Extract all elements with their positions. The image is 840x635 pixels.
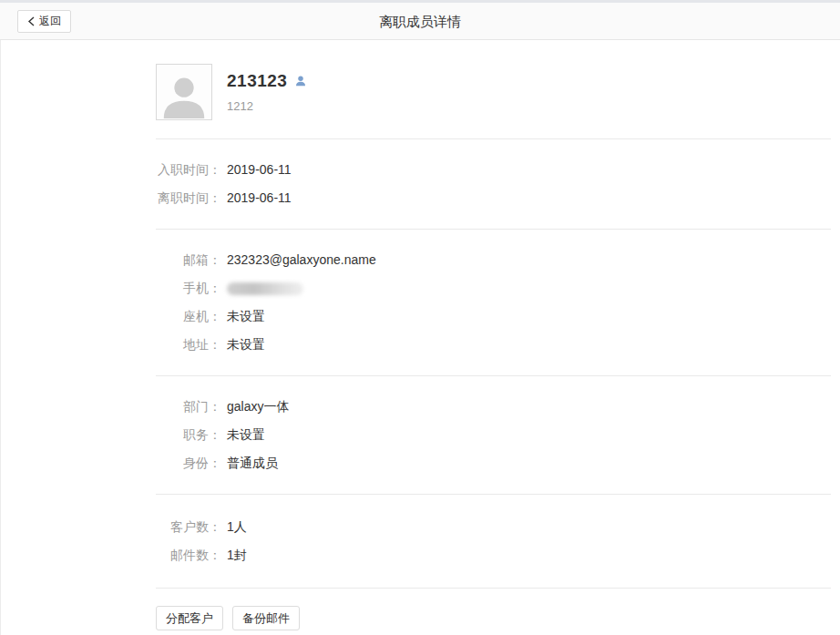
row-value: 未设置 (227, 331, 265, 359)
row-label: 邮件数 (156, 541, 209, 569)
row-colon: ： (209, 156, 221, 184)
row-label: 地址 (156, 331, 209, 359)
row-value: 普通成员 (227, 449, 278, 477)
row-value: 232323@galaxyone.name (227, 246, 376, 274)
detail-row: 手机 ： (156, 274, 831, 302)
profile-block: 213123 1212 (156, 40, 831, 138)
row-colon: ： (209, 302, 221, 331)
detail-row: 邮箱 ： 232323@galaxyone.name (156, 246, 831, 274)
detail-row: 入职时间 ： 2019-06-11 (156, 156, 831, 184)
redacted-phone-value (227, 282, 303, 295)
section-employment-dates: 入职时间 ： 2019-06-11 离职时间 ： 2019-06-11 (156, 138, 831, 229)
row-colon: ： (209, 331, 221, 359)
detail-row: 客户数 ： 1人 (156, 513, 831, 541)
row-colon: ： (209, 449, 221, 477)
detail-row: 地址 ： 未设置 (156, 331, 831, 359)
page-title: 离职成员详情 (0, 3, 840, 40)
detail-row: 离职时间 ： 2019-06-11 (156, 184, 831, 212)
row-colon: ： (209, 541, 221, 569)
section-contact-info: 邮箱 ： 232323@galaxyone.name 手机 ： 座机 ： 未设置… (156, 229, 831, 375)
member-person-icon (294, 75, 307, 87)
member-name: 213123 (227, 71, 287, 91)
row-label: 部门 (156, 393, 209, 421)
row-colon: ： (209, 184, 221, 212)
assign-customers-button[interactable]: 分配客户 (156, 606, 223, 630)
row-label: 入职时间 (156, 156, 209, 184)
footer-actions: 分配客户备份邮件 (156, 588, 831, 635)
row-colon: ： (209, 393, 221, 421)
row-value: 1封 (227, 541, 247, 569)
detail-sections: 入职时间 ： 2019-06-11 离职时间 ： 2019-06-11 邮箱 ：… (156, 138, 831, 588)
row-label: 客户数 (156, 513, 209, 541)
row-value: 未设置 (227, 302, 265, 331)
row-label: 座机 (156, 302, 209, 331)
row-value: galaxy一体 (227, 393, 289, 421)
detail-row: 身份 ： 普通成员 (156, 449, 831, 477)
row-colon: ： (209, 513, 221, 541)
row-colon: ： (209, 274, 221, 302)
row-value: 2019-06-11 (227, 156, 292, 184)
row-value: 1人 (227, 513, 247, 541)
member-alias: 1212 (227, 99, 307, 113)
avatar (156, 64, 212, 120)
detail-row: 座机 ： 未设置 (156, 302, 831, 331)
row-value: 未设置 (227, 421, 265, 449)
detail-row: 邮件数 ： 1封 (156, 541, 831, 569)
row-colon: ： (209, 421, 221, 449)
section-stats: 客户数 ： 1人 邮件数 ： 1封 (156, 494, 831, 588)
main-content: 213123 1212 入职时间 ： 2019-06-11 离职时间 ： 201… (0, 40, 840, 635)
row-value: 2019-06-11 (227, 184, 292, 212)
header-bar: 返回 离职成员详情 (0, 3, 840, 40)
row-label: 身份 (156, 449, 209, 477)
row-colon: ： (209, 246, 221, 274)
person-placeholder-icon (157, 65, 211, 119)
detail-row: 职务 ： 未设置 (156, 421, 831, 449)
detail-row: 部门 ： galaxy一体 (156, 393, 831, 421)
backup-mail-button[interactable]: 备份邮件 (232, 606, 300, 630)
row-label: 离职时间 (156, 184, 209, 212)
row-label: 邮箱 (156, 246, 209, 274)
row-label: 职务 (156, 421, 209, 449)
row-label: 手机 (156, 274, 209, 302)
section-org-info: 部门 ： galaxy一体 职务 ： 未设置 身份 ： 普通成员 (156, 375, 831, 494)
